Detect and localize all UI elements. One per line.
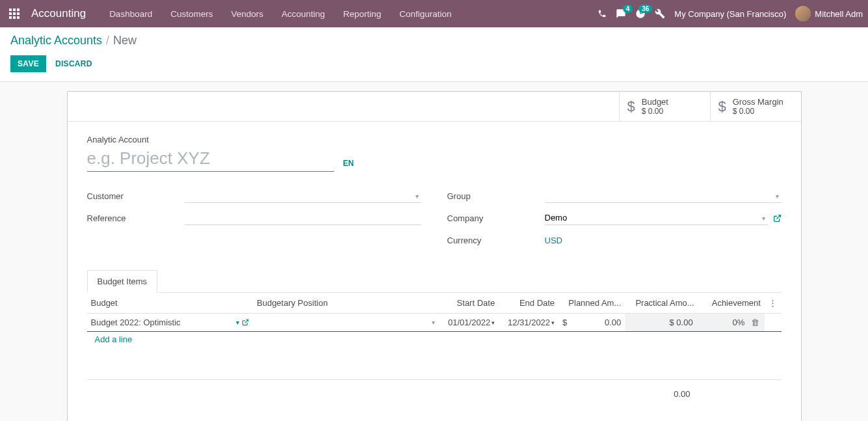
customer-label: Customer	[87, 191, 185, 201]
th-budgetary-position[interactable]: Budgetary Position	[253, 293, 439, 314]
analytic-account-input[interactable]	[87, 147, 334, 172]
stat-buttons: $ Budget $ 0.00 $ Gross Margin $ 0.00	[68, 92, 801, 122]
add-line-link[interactable]: Add a line	[91, 331, 137, 348]
phone-icon[interactable]	[598, 9, 607, 18]
lang-button[interactable]: EN	[343, 159, 354, 172]
tab-budget-items[interactable]: Budget Items	[87, 270, 158, 293]
user-menu[interactable]: Mitchell Adm	[795, 6, 863, 21]
currency-value[interactable]: USD	[545, 236, 562, 245]
save-button[interactable]: SAVE	[10, 55, 46, 72]
tools-icon[interactable]	[655, 8, 665, 19]
stat-budget[interactable]: $ Budget $ 0.00	[619, 92, 710, 121]
th-start-date[interactable]: Start Date	[439, 293, 499, 314]
footer-total: 0.00	[87, 379, 782, 408]
control-panel: Analytic Accounts / New SAVE DISCARD	[0, 27, 868, 82]
achievement-cell: 0% 🗑	[698, 314, 765, 332]
form-sheet: $ Budget $ 0.00 $ Gross Margin $ 0.00 An…	[67, 91, 802, 421]
apps-icon[interactable]	[5, 5, 23, 23]
th-planned[interactable]: Planned Am...	[559, 293, 625, 314]
breadcrumb-sep: /	[106, 34, 109, 48]
messages-icon[interactable]: 4	[616, 8, 626, 19]
discard-button[interactable]: DISCARD	[49, 56, 99, 72]
stat-margin-value: $ 0.00	[733, 107, 783, 116]
tabs: Budget Items	[87, 269, 782, 293]
breadcrumb-current: New	[113, 34, 137, 48]
practical-cell: $ 0.00	[625, 314, 698, 332]
nav-accounting[interactable]: Accounting	[272, 3, 334, 25]
th-practical[interactable]: Practical Amo...	[625, 293, 698, 314]
stat-budget-label: Budget	[642, 97, 668, 107]
group-label: Group	[447, 191, 545, 201]
chevron-down-icon[interactable]: ▾	[551, 319, 555, 326]
breadcrumb: Analytic Accounts / New	[10, 34, 858, 48]
group-input[interactable]	[545, 189, 782, 203]
start-date-cell[interactable]: 01/01/2022	[448, 318, 490, 327]
nav-customers[interactable]: Customers	[161, 3, 222, 25]
top-navbar: Accounting Dashboard Customers Vendors A…	[0, 0, 868, 27]
table-row: Budget 2022: Optimistic ▾	[87, 314, 782, 332]
breadcrumb-parent[interactable]: Analytic Accounts	[10, 34, 102, 48]
stat-budget-value: $ 0.00	[642, 107, 668, 116]
stat-margin[interactable]: $ Gross Margin $ 0.00	[710, 92, 801, 121]
chevron-down-icon[interactable]: ▾	[492, 319, 495, 326]
activities-icon[interactable]: 36	[635, 8, 646, 19]
nav-reporting[interactable]: Reporting	[334, 3, 391, 25]
stat-margin-label: Gross Margin	[733, 97, 783, 107]
nav-menu: Dashboard Customers Vendors Accounting R…	[100, 3, 461, 25]
trash-icon[interactable]: 🗑	[751, 318, 759, 327]
customer-input[interactable]	[185, 189, 421, 203]
analytic-account-label: Analytic Account	[87, 135, 334, 144]
budget-items-table: Budget Budgetary Position Start Date End…	[87, 293, 782, 379]
chevron-down-icon[interactable]: ▾	[432, 319, 435, 326]
th-achievement[interactable]: Achievement	[698, 293, 765, 314]
nav-dashboard[interactable]: Dashboard	[100, 3, 161, 25]
company-input[interactable]	[545, 211, 768, 225]
nav-configuration[interactable]: Configuration	[390, 3, 460, 25]
end-date-cell[interactable]: 12/31/2022	[508, 318, 550, 327]
company-switcher[interactable]: My Company (San Francisco)	[674, 9, 786, 19]
th-options-icon[interactable]: ⋮	[765, 293, 782, 314]
avatar	[795, 6, 811, 21]
company-label: Company	[447, 213, 545, 223]
currency-label: Currency	[447, 236, 545, 245]
dollar-icon: $	[627, 98, 635, 115]
user-name: Mitchell Adm	[815, 9, 863, 19]
activities-badge: 36	[638, 5, 652, 13]
app-title[interactable]: Accounting	[31, 7, 86, 20]
chevron-down-icon[interactable]: ▾	[236, 319, 239, 326]
dollar-icon: $	[718, 98, 726, 115]
reference-input[interactable]	[185, 211, 421, 225]
th-budget[interactable]: Budget	[87, 293, 254, 314]
external-link-icon[interactable]	[242, 319, 249, 326]
nav-vendors[interactable]: Vendors	[222, 3, 272, 25]
th-end-date[interactable]: End Date	[499, 293, 559, 314]
external-link-icon[interactable]	[773, 214, 782, 223]
planned-value[interactable]: 0.00	[605, 318, 621, 327]
reference-label: Reference	[87, 213, 185, 223]
planned-currency: $	[562, 318, 567, 327]
messages-badge: 4	[623, 5, 633, 13]
budget-cell[interactable]: Budget 2022: Optimistic	[91, 318, 234, 327]
